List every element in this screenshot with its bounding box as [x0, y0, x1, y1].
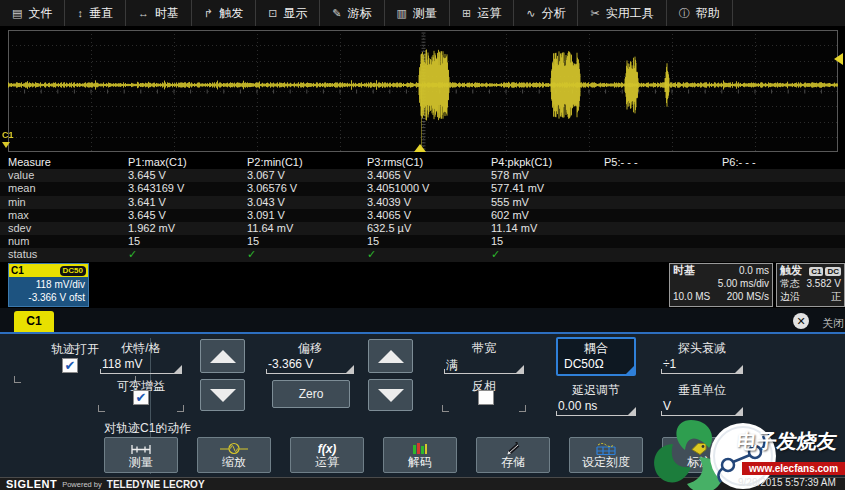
coupling-value: DC50Ω: [558, 357, 634, 371]
measure-cell: 3.4065 V: [367, 169, 491, 182]
menu-item[interactable]: ↔ 时基: [126, 0, 192, 26]
menu-item-icon: ↔: [138, 7, 149, 19]
coupling-dropdown[interactable]: 耦合 DC50Ω: [556, 337, 636, 376]
dropdown-arrow-icon: [174, 365, 182, 373]
offset-label: 偏移: [266, 340, 354, 356]
channel-settings-panel: C1 ✕ 关闭 轨迹打开 ✔ 伏特/格 118 mV 可变增益 ✔ 偏移 -3.…: [0, 308, 845, 477]
panel-accent-line: [0, 332, 845, 334]
action-measure-label: 测量: [129, 456, 153, 468]
action-label-button[interactable]: 标注: [662, 437, 736, 473]
menu-item[interactable]: ⊞ 运算: [450, 0, 514, 26]
brand-teledyne-lecroy: TELEDYNE LECROY: [107, 479, 205, 490]
menu-item-label: 游标: [348, 5, 372, 22]
dropdown-arrow-icon: [346, 365, 354, 373]
volts-down-button[interactable]: [200, 379, 245, 411]
channel-descriptor-box[interactable]: C1 DC50 118 mV/div -3.366 V ofst: [8, 263, 89, 307]
offset-down-button[interactable]: [368, 379, 413, 411]
action-decode-button[interactable]: 解码: [383, 437, 457, 473]
arrow-up-icon: [210, 350, 236, 363]
trigger-type: 边沿: [780, 290, 800, 303]
action-zoom-button[interactable]: 缩放: [197, 437, 271, 473]
measure-cell: [604, 169, 722, 182]
offset-value: -3.366 V: [268, 357, 313, 371]
menu-item[interactable]: ▤ 文件: [0, 0, 65, 26]
delay-adjust-label: 延迟调节: [556, 382, 636, 398]
volts-per-div-dropdown[interactable]: 伏特/格 118 mV: [100, 340, 182, 374]
dropdown-arrow-icon: [735, 365, 743, 373]
bandwidth-value: 满: [446, 358, 458, 372]
menu-item[interactable]: ▥ 测量: [385, 0, 450, 26]
arrow-down-icon: [210, 389, 236, 402]
measure-cell[interactable]: P6:- - -: [722, 156, 845, 169]
measure-cell[interactable]: P2:min(C1): [247, 156, 367, 169]
vertical-unit-label: 垂直单位: [661, 382, 743, 398]
trigger-delay-marker-icon[interactable]: [414, 144, 426, 152]
invert-checkbox[interactable]: [478, 390, 494, 405]
trigger-level: 3.582 V: [807, 277, 841, 290]
menu-item-label: 实用工具: [606, 5, 654, 22]
measure-cell: 3.4065 V: [367, 209, 491, 222]
menu-item-icon: ∿: [526, 7, 535, 20]
channel-axis-text: C1: [2, 130, 14, 140]
probe-atten-dropdown[interactable]: 探头衰减 ÷1: [661, 340, 743, 374]
close-label[interactable]: 关闭: [822, 316, 844, 331]
menu-item[interactable]: ✂ 实用工具: [578, 0, 666, 26]
measure-row: value3.645 V3.067 V3.4065 V578 mV: [0, 169, 845, 182]
panel-tabstrip: C1 ✕ 关闭: [0, 308, 845, 332]
volts-per-div-label: 伏特/格: [100, 340, 182, 356]
offset-up-button[interactable]: [368, 339, 413, 373]
powered-by-text: Powered by: [62, 480, 102, 489]
menu-item-icon: ✎: [332, 7, 341, 20]
waveform-canvas[interactable]: [8, 30, 838, 152]
action-store-button[interactable]: 存储: [476, 437, 550, 473]
offset-dropdown[interactable]: 偏移 -3.366 V: [266, 340, 354, 374]
tab-c1[interactable]: C1: [14, 311, 54, 332]
measure-cell[interactable]: P1:max(C1): [128, 156, 247, 169]
tag-icon: [690, 442, 708, 455]
zero-button[interactable]: Zero: [272, 380, 350, 408]
caliper-icon: [130, 442, 152, 455]
timebase-descriptor-box[interactable]: 时基 0.0 ms 5.00 ms/div 10.0 MS 200 MS/s: [669, 263, 773, 307]
menu-item-label: 运算: [477, 5, 501, 22]
action-rescale-button[interactable]: 设定刻度: [569, 437, 643, 473]
measure-cell[interactable]: P4:pkpk(C1): [491, 156, 604, 169]
measure-row: status✓✓✓✓: [0, 248, 845, 261]
action-math-button[interactable]: f(x) 运算: [290, 437, 364, 473]
menu-item[interactable]: ✎ 游标: [320, 0, 384, 26]
channel-scale: 118 mV/div: [9, 278, 85, 291]
measure-row-label: min: [8, 196, 128, 209]
trigger-level-marker-icon[interactable]: [834, 53, 843, 65]
measure-row-label: Measure: [8, 156, 128, 169]
trigger-descriptor-box[interactable]: 触发 C1DC 常态 3.582 V 边沿 正: [776, 263, 845, 307]
measure-row: num15151515: [0, 235, 845, 248]
measure-cell: 11.14 mV: [491, 222, 604, 235]
menu-item[interactable]: ↱ 触发: [192, 0, 256, 26]
menu-item-icon: ▤: [12, 7, 22, 20]
measure-row-label: value: [8, 169, 128, 182]
channel-axis-label[interactable]: C1: [2, 131, 14, 148]
variable-gain-checkbox[interactable]: ✔: [133, 390, 149, 405]
trace-on-checkbox[interactable]: ✔: [62, 358, 78, 373]
measure-cell[interactable]: P5:- - -: [604, 156, 722, 169]
rescale-grid-icon: [596, 442, 616, 455]
measure-cell: 3.043 V: [247, 196, 367, 209]
volts-up-button[interactable]: [200, 339, 245, 373]
bandwidth-dropdown[interactable]: 带宽 满: [444, 340, 524, 374]
measure-cell: 15: [247, 235, 367, 248]
menu-item[interactable]: ↕ 垂直: [65, 0, 126, 26]
pen-icon: [505, 442, 521, 455]
measure-cell: 11.64 mV: [247, 222, 367, 235]
timebase-samples: 10.0 MS: [673, 290, 710, 303]
vertical-unit-dropdown[interactable]: 垂直单位 V: [661, 382, 743, 416]
menu-item[interactable]: ∿ 分析: [514, 0, 578, 26]
menu-item[interactable]: ⊡ 显示: [256, 0, 320, 26]
measure-cell: [722, 196, 845, 209]
menu-item[interactable]: ⓘ 帮助: [667, 0, 733, 26]
close-icon[interactable]: ✕: [793, 313, 809, 329]
measure-cell[interactable]: P3:rms(C1): [367, 156, 491, 169]
trigger-coupling-badge: DC: [825, 267, 841, 276]
vertical-unit-value: V: [663, 399, 671, 413]
action-measure-button[interactable]: 测量: [104, 437, 178, 473]
delay-adjust-dropdown[interactable]: 延迟调节 0.00 ns: [556, 382, 636, 416]
menu-item-icon: ⊞: [462, 7, 471, 20]
